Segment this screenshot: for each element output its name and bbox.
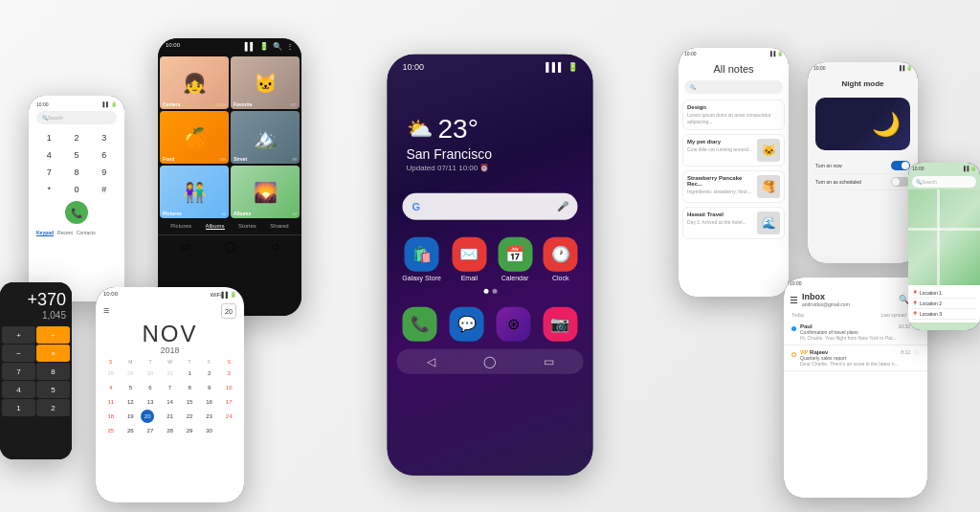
notes-item-image2: 🥞 <box>757 175 780 198</box>
dial-call-button[interactable]: 📞 <box>65 201 88 224</box>
calc-btn-plus[interactable]: + <box>2 326 35 344</box>
maps-list-item-1[interactable]: 📍 Location 1 <box>912 288 976 299</box>
dialer-key-hash[interactable]: # <box>91 182 117 197</box>
app-calendar[interactable]: 📅 Calendar <box>498 236 532 280</box>
calendar-today-badge[interactable]: 20 <box>221 303 236 319</box>
notes-list: Design Lorem ipsum dolor sit amet consec… <box>679 96 789 247</box>
weather-icon: ⛅ <box>407 116 433 141</box>
gallery-item-albums[interactable]: 🌄 Albums 12 <box>231 166 300 218</box>
gallery-nav-tabs: Pictures Albums Stories Shared <box>158 220 301 233</box>
night-mode-title: Night mode <box>813 79 912 88</box>
dialer-search[interactable]: 🔍 Search <box>36 111 117 124</box>
nav-back[interactable]: ◁ <box>427 354 435 367</box>
calc-btn-multiply[interactable]: × <box>36 345 70 362</box>
calc-btn-2[interactable]: 2 <box>36 399 70 416</box>
email-item-paul[interactable]: Paul 10:32 Confirmation of travel plans … <box>784 320 927 345</box>
app-row-1: 🛍️ Galaxy Store ✉️ Email 📅 Calendar 🕐 Cl… <box>397 236 584 280</box>
maps-list-item-2[interactable]: 📍 Location 2 <box>912 299 976 309</box>
calendar-year: 2018 <box>96 345 244 355</box>
notes-item-strawberry[interactable]: Strawberry Pancake Rec... Ingredients: s… <box>682 170 785 203</box>
email-inbox-title: Inbox <box>802 292 895 301</box>
dialer-key-5[interactable]: 5 <box>64 147 90 163</box>
phone-notes: 10:00 ▌▌🔋 All notes 🔍 Design Lorem ipsum… <box>679 48 789 297</box>
calc-btn-1[interactable]: 1 <box>2 399 35 416</box>
email-item-rajeev[interactable]: VIP Rajeev 8:12 Quarterly sales report D… <box>784 345 927 371</box>
phone-email: 10:00 ▌▌🔋 ☰ Inbox androidux@gmail.com 🔍 … <box>784 278 927 498</box>
email-star-rajeev[interactable]: ☆ <box>914 349 920 357</box>
gallery-bottom-nav: ▭ ◯ ◁ <box>158 234 301 257</box>
maps-status: 10:00 ▌▌🔋 <box>908 163 980 174</box>
phone-calculator: +370 1,045 + ÷ − × 7 8 4 5 1 2 <box>0 282 72 459</box>
email-status: 10:00 ▌▌🔋 <box>784 278 927 289</box>
microphone-icon[interactable]: 🎤 <box>557 201 568 211</box>
calc-btn-5[interactable]: 5 <box>36 381 70 398</box>
dialer-key-4[interactable]: 4 <box>36 147 62 163</box>
calc-btn-minus[interactable]: − <box>2 345 35 362</box>
calc-btn-8[interactable]: 8 <box>36 363 70 380</box>
email-sync-row: Today Last synced 10:32 <box>784 310 927 320</box>
email-menu-icon[interactable]: ☰ <box>790 295 798 305</box>
dialer-keypad: 1 2 3 4 5 6 7 8 9 * 0 # <box>33 126 121 201</box>
app-messages[interactable]: 💬 <box>450 306 484 341</box>
maps-search[interactable]: 🔍 Search <box>912 176 976 188</box>
notes-item-petdiary[interactable]: My pet diary Cute little cat running aro… <box>682 134 785 167</box>
dialer-key-1[interactable]: 1 <box>36 130 62 145</box>
gallery-status: 10:00 ▌▌ 🔋 🔍 ⋮ <box>158 38 301 55</box>
dialer-key-0[interactable]: 0 <box>64 182 90 197</box>
maps-list-item-3[interactable]: 📍 Location 3 <box>912 309 976 320</box>
night-toggle-on[interactable] <box>891 161 910 170</box>
app-clock[interactable]: 🕐 Clock <box>544 236 578 280</box>
weather-city: San Francisco <box>407 145 574 161</box>
calc-sub-value: 1,045 <box>6 310 66 321</box>
app-galaxy-store[interactable]: 🛍️ Galaxy Store <box>402 236 440 280</box>
night-turn-on-now: Turn on now <box>815 158 910 174</box>
dialer-key-star[interactable]: * <box>36 182 62 197</box>
phone-maps: 10:00 ▌▌🔋 🔍 Search 📍 Location 1 📍 Locati… <box>908 163 980 330</box>
calendar-month: NOV <box>96 321 244 347</box>
calc-btn-divide[interactable]: ÷ <box>36 326 70 344</box>
gallery-item-pictures[interactable]: 👫 Pictures 45 <box>160 166 229 218</box>
app-email[interactable]: ✉️ Email <box>452 236 486 280</box>
app-messenger[interactable]: ⊛ <box>496 306 530 341</box>
main-app-grid: 🛍️ Galaxy Store ✉️ Email 📅 Calendar 🕐 Cl… <box>388 231 593 302</box>
main-search-bar[interactable]: G 🎤 <box>403 192 578 219</box>
dialer-key-8[interactable]: 8 <box>64 165 90 180</box>
notes-search[interactable]: 🔍 <box>684 80 783 94</box>
notes-item-hawaii[interactable]: Hawaii Travel Day 1: Arrived at the hote… <box>682 207 785 239</box>
main-status-bar: 10:00 ▌▌▌ 🔋 <box>388 54 593 75</box>
bottom-app-row: 📞 💬 ⊛ 📷 ◁ ◯ ▭ <box>388 302 593 377</box>
calendar-status: 10:00 WiFi▌▌🔋 <box>96 287 244 301</box>
bottom-navigation: ◁ ◯ ▭ <box>397 348 584 373</box>
calc-display: +370 1,045 <box>0 282 72 324</box>
calc-btn-7[interactable]: 7 <box>2 363 35 380</box>
gallery-item-food[interactable]: 🍊 Food 234 <box>160 111 229 164</box>
calendar-grid: 28 29 30 31 1 2 3 4 5 6 7 8 9 10 11 12 1… <box>96 367 244 437</box>
app-phone[interactable]: 📞 <box>403 306 437 341</box>
night-scheduled: Turn on as scheduled <box>815 174 910 190</box>
vip-indicator <box>791 352 796 357</box>
dialer-key-6[interactable]: 6 <box>91 147 117 163</box>
phone-main: 10:00 ▌▌▌ 🔋 ⛅ 23° San Francisco Updated … <box>388 54 593 475</box>
gallery-item-camera[interactable]: 👧 Camera 1,527 <box>160 56 229 109</box>
dialer-status: 10:00 ▌▌ 🔋 <box>33 100 121 109</box>
calendar-header: ☰ 20 <box>96 301 244 321</box>
nav-home[interactable]: ◯ <box>483 354 496 367</box>
dialer-key-7[interactable]: 7 <box>36 165 62 180</box>
phone-night-mode: 10:00 ▌▌🔋 Night mode 🌙 Turn on now Turn … <box>808 62 918 263</box>
nav-recents[interactable]: ▭ <box>544 354 554 367</box>
email-address: androidux@gmail.com <box>802 301 895 307</box>
gallery-item-favorite[interactable]: 🐱 Favorite 127 <box>231 56 300 109</box>
phone-gallery: 10:00 ▌▌ 🔋 🔍 ⋮ 👧 Camera 1,527 🐱 Favorite <box>158 38 301 316</box>
dialer-key-2[interactable]: 2 <box>64 130 90 145</box>
dialer-tabs: Keypad Recent Contacts <box>33 228 121 238</box>
gallery-item-street[interactable]: 🏔️ Street 89 <box>231 111 300 164</box>
calendar-day-headers: SMTWTFS <box>96 355 244 367</box>
notes-item-design[interactable]: Design Lorem ipsum dolor sit amet consec… <box>682 100 785 130</box>
app-camera[interactable]: 📷 <box>543 306 577 341</box>
night-toggle-scheduled[interactable] <box>891 177 910 187</box>
dialer-key-3[interactable]: 3 <box>91 130 117 145</box>
scene: 10:00 ▌▌ 🔋 🔍 Search 1 2 3 4 5 6 7 8 9 * … <box>0 0 980 512</box>
night-mode-settings: Turn on now Turn on as scheduled <box>808 154 918 194</box>
calc-btn-4[interactable]: 4 <box>2 381 35 398</box>
dialer-key-9[interactable]: 9 <box>91 165 117 180</box>
